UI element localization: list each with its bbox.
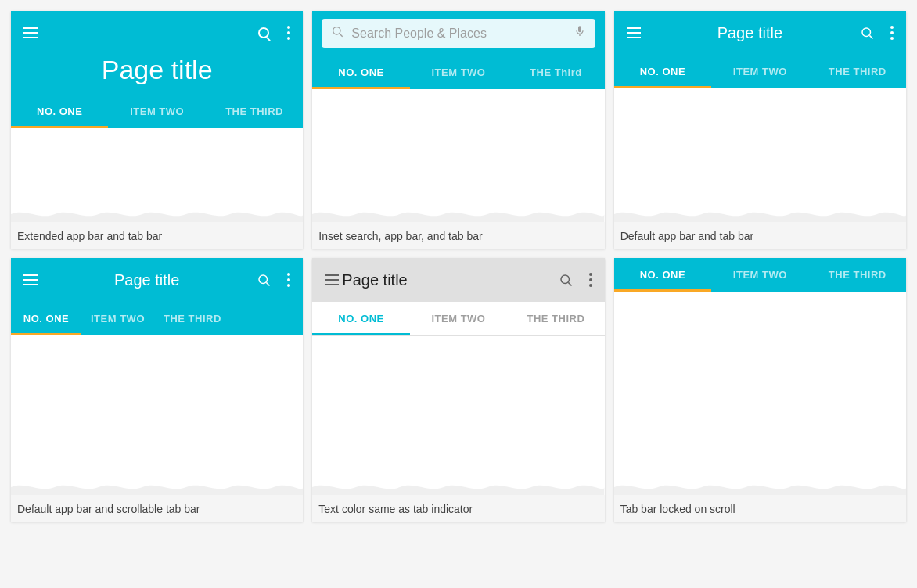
content-area-2: [312, 89, 604, 222]
more-button[interactable]: [284, 23, 293, 43]
wavy-divider-5: [312, 481, 604, 495]
tab-no-one-3[interactable]: NO. ONE: [614, 55, 711, 88]
tab-bar-1: NO. ONE ITEM TWO THE THIRD: [11, 95, 303, 128]
svg-point-2: [862, 28, 871, 37]
more-button-5[interactable]: [586, 270, 595, 290]
content-area-3: [614, 88, 906, 222]
page-title: Page title: [102, 55, 213, 85]
card-label-2: Inset search, app bar, and tab bar: [312, 222, 604, 249]
page-title-5: Page title: [342, 271, 554, 289]
tab-item-two[interactable]: ITEM TWO: [108, 95, 205, 128]
search-button-5[interactable]: [555, 269, 577, 291]
tab-the-third[interactable]: THE THIRD: [206, 95, 303, 128]
content-area-4: [11, 335, 303, 495]
tab-no-one-5[interactable]: NO. ONE: [312, 302, 409, 335]
tab-item-two-2[interactable]: ITEM TWO: [410, 56, 507, 89]
search-bar: Search People & Places: [312, 11, 604, 56]
card-tab-only: NO. ONE ITEM TWO THE THIRD Tab bar locke…: [614, 258, 906, 522]
search-button-4[interactable]: [253, 269, 275, 291]
more-button-4[interactable]: [284, 270, 293, 290]
svg-line-7: [568, 282, 571, 285]
card-extended: Page title NO. ONE ITEM TWO THE THIRD Ex…: [11, 11, 303, 249]
wavy-divider-2: [312, 208, 604, 222]
page-title-3: Page title: [644, 24, 856, 42]
tab-bar-3: NO. ONE ITEM TWO THE THIRD: [614, 55, 906, 88]
more-button-3[interactable]: [887, 23, 897, 43]
main-grid: Page title NO. ONE ITEM TWO THE THIRD Ex…: [0, 0, 917, 532]
svg-point-4: [259, 275, 268, 284]
app-bar-icons-5: [555, 269, 595, 291]
tab-the-third-5[interactable]: THE THIRD: [507, 302, 604, 335]
tab-the-third-6[interactable]: THE THIRD: [809, 258, 906, 292]
svg-point-6: [561, 275, 570, 284]
tab-item-two-6[interactable]: ITEM TWO: [711, 258, 808, 292]
wavy-divider-1: [11, 208, 303, 222]
scroll-app-bar: Page title: [11, 258, 303, 302]
card-label-3: Default app bar and tab bar: [614, 222, 906, 249]
card-label-1: Extended app bar and tab bar: [11, 222, 303, 249]
app-bar-icons-4: [253, 269, 293, 291]
extended-app-bar: Page title: [11, 11, 303, 95]
card-label-6: Tab bar locked on scroll: [614, 495, 906, 522]
app-bar-icons-3: [856, 22, 897, 44]
hamburger-icon-4[interactable]: [20, 271, 41, 289]
tab-bar-standalone-6: NO. ONE ITEM TWO THE THIRD: [614, 258, 906, 292]
default-app-bar: Page title: [614, 11, 906, 55]
card-scroll: Page title NO. ONE ITEM TWO THE THIRD: [11, 258, 303, 522]
search-button-3[interactable]: [856, 22, 878, 44]
svg-point-0: [333, 27, 340, 34]
light-app-bar: Page title: [312, 258, 604, 302]
tab-item-two-5[interactable]: ITEM TWO: [410, 302, 507, 335]
card-default: Page title NO. ONE ITEM TWO THE THIRD: [614, 11, 906, 249]
content-area-6: [614, 292, 906, 495]
tab-the-third-3[interactable]: THE THIRD: [809, 55, 906, 88]
svg-line-5: [267, 282, 270, 285]
hamburger-icon-5[interactable]: [322, 271, 342, 289]
tab-bar-light-5: NO. ONE ITEM TWO THE THIRD: [312, 302, 604, 336]
hamburger-icon-3[interactable]: [624, 24, 644, 41]
tab-bar-2: NO. ONE ITEM TWO THE Third: [312, 56, 604, 89]
tab-the-third-4[interactable]: THE THIRD: [154, 302, 231, 335]
svg-line-3: [869, 35, 872, 38]
card-label-4: Default app bar and scrollable tab bar: [11, 495, 303, 522]
card-light-tabs: Page title NO. ONE ITEM TWO THE THIRD: [312, 258, 604, 522]
tab-no-one-6[interactable]: NO. ONE: [614, 258, 711, 292]
mic-icon: [574, 25, 586, 41]
hamburger-icon[interactable]: [20, 24, 41, 41]
extended-title-row: Page title: [11, 55, 303, 95]
wavy-divider-3: [614, 208, 906, 222]
content-area-5: [312, 336, 604, 495]
wavy-divider-4: [11, 481, 303, 495]
tab-the-third-2[interactable]: THE Third: [507, 56, 604, 89]
app-bar-top-row: [11, 11, 303, 55]
tab-bar-scroll-4: NO. ONE ITEM TWO THE THIRD: [11, 302, 303, 335]
tab-no-one-2[interactable]: NO. ONE: [312, 56, 409, 89]
content-area-1: [11, 128, 303, 222]
svg-line-1: [340, 34, 343, 37]
card-inset-search: Search People & Places NO. ONE ITEM TWO …: [312, 11, 604, 249]
tab-no-one[interactable]: NO. ONE: [11, 95, 108, 128]
search-button[interactable]: [253, 22, 275, 44]
search-input-box[interactable]: Search People & Places: [322, 19, 595, 48]
app-bar-icons: [253, 22, 293, 44]
tab-item-two-3[interactable]: ITEM TWO: [711, 55, 808, 88]
tab-no-one-4[interactable]: NO. ONE: [11, 302, 81, 335]
page-title-4: Page title: [41, 271, 253, 289]
tab-item-two-4[interactable]: ITEM TWO: [81, 302, 154, 335]
search-placeholder: Search People & Places: [351, 27, 565, 41]
wavy-divider-6: [614, 481, 906, 495]
search-icon: [331, 25, 343, 41]
card-label-5: Text color same as tab indicator: [312, 495, 604, 522]
